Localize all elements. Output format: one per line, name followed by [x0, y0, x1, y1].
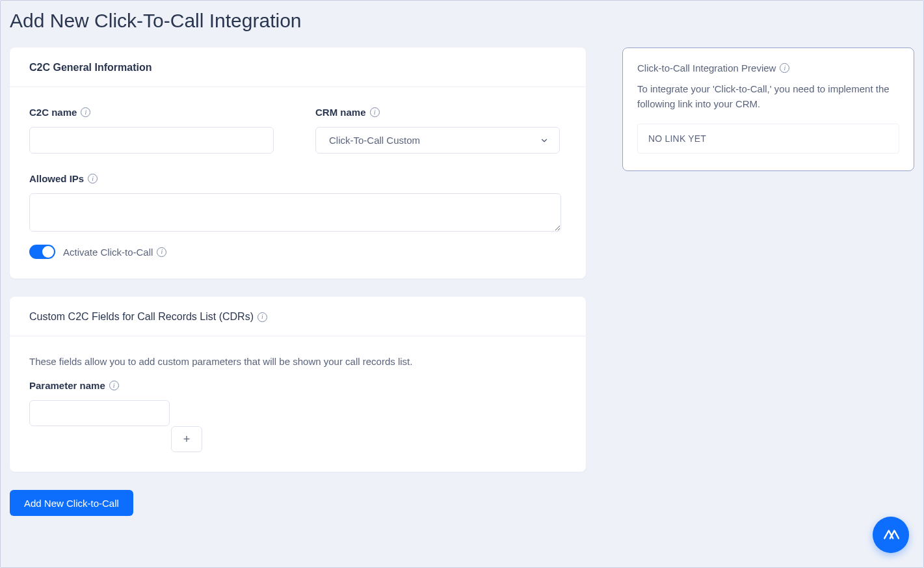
activate-toggle-label-text: Activate Click-to-Call	[63, 247, 153, 258]
activate-toggle[interactable]	[29, 245, 55, 259]
activate-toggle-label: Activate Click-to-Call i	[63, 247, 166, 258]
right-column: Click-to-Call Integration Preview i To i…	[622, 47, 914, 171]
param-name-input[interactable]	[29, 400, 170, 426]
preview-link-box: NO LINK YET	[637, 124, 899, 154]
info-icon[interactable]: i	[88, 174, 98, 183]
activate-toggle-row: Activate Click-to-Call i	[29, 245, 566, 259]
crm-name-selected: Click-To-Call Custom	[329, 135, 420, 146]
custom-fields-body: These fields allow you to add custom par…	[10, 336, 586, 472]
chevron-down-icon	[540, 136, 549, 145]
label-crm-name: CRM name i	[315, 107, 560, 118]
custom-fields-card: Custom C2C Fields for Call Records List …	[10, 297, 586, 472]
page-root: Add New Click-To-Call Integration C2C Ge…	[0, 0, 924, 568]
preview-title-text: Click-to-Call Integration Preview	[637, 62, 776, 74]
general-info-header: C2C General Information	[10, 47, 586, 87]
general-info-card: C2C General Information C2C name i	[10, 47, 586, 278]
info-icon[interactable]: i	[81, 107, 90, 117]
left-column: C2C General Information C2C name i	[10, 47, 586, 516]
label-c2c-name: C2C name i	[29, 107, 274, 118]
group-param: Parameter name i +	[29, 380, 566, 452]
help-fab[interactable]	[873, 517, 909, 553]
group-c2c-name: C2C name i	[29, 107, 274, 154]
param-row: +	[29, 400, 566, 452]
info-icon[interactable]: i	[257, 312, 267, 322]
label-param-name: Parameter name i	[29, 380, 566, 391]
general-info-body: C2C name i CRM name i Click-To-Cal	[10, 87, 586, 278]
custom-fields-desc: These fields allow you to add custom par…	[29, 356, 566, 367]
submit-button[interactable]: Add New Click-to-Call	[10, 490, 133, 516]
group-crm-name: CRM name i Click-To-Call Custom	[315, 107, 560, 154]
info-icon[interactable]: i	[370, 107, 380, 117]
page-title: Add New Click-To-Call Integration	[10, 10, 914, 32]
custom-fields-title-text: Custom C2C Fields for Call Records List …	[29, 311, 254, 323]
preview-card: Click-to-Call Integration Preview i To i…	[622, 47, 914, 171]
custom-fields-header: Custom C2C Fields for Call Records List …	[10, 297, 586, 336]
allowed-ips-input[interactable]	[29, 193, 561, 232]
toggle-knob	[42, 246, 54, 258]
label-param-name-text: Parameter name	[29, 380, 105, 391]
add-param-button[interactable]: +	[171, 426, 202, 452]
c2c-name-input[interactable]	[29, 127, 274, 154]
info-icon[interactable]: i	[780, 63, 789, 73]
label-allowed-ips-text: Allowed IPs	[29, 173, 84, 184]
content: C2C General Information C2C name i	[10, 47, 914, 516]
label-c2c-name-text: C2C name	[29, 107, 77, 118]
info-icon[interactable]: i	[157, 247, 166, 257]
custom-fields-title: Custom C2C Fields for Call Records List …	[29, 311, 267, 323]
label-allowed-ips: Allowed IPs i	[29, 173, 566, 184]
info-icon[interactable]: i	[109, 381, 119, 390]
preview-title: Click-to-Call Integration Preview i	[637, 62, 789, 74]
preview-text: To integrate your 'Click-to-Call,' you n…	[637, 81, 899, 112]
general-info-title: C2C General Information	[29, 62, 152, 73]
row-name-crm: C2C name i CRM name i Click-To-Cal	[29, 107, 566, 154]
crm-name-select[interactable]: Click-To-Call Custom	[315, 127, 560, 154]
help-fab-icon	[882, 526, 899, 543]
label-crm-name-text: CRM name	[315, 107, 366, 118]
group-allowed-ips: Allowed IPs i	[29, 173, 566, 232]
